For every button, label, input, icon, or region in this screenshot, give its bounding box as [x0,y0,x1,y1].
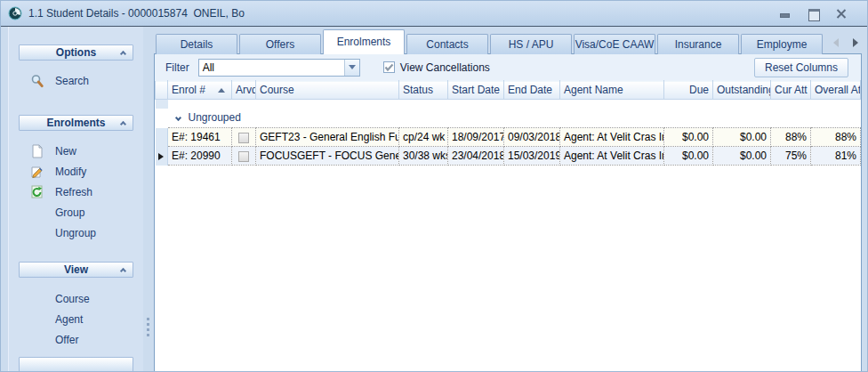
column-header-enrol[interactable]: Enrol # [168,81,232,100]
sidebar-item-search[interactable]: Search [9,71,143,92]
cell-cur-att[interactable]: 75% [771,147,811,166]
tab-scroll-right-icon[interactable] [853,38,858,47]
collapse-chevron-icon [120,121,126,127]
grid-header-row: Enrol # Arvd Course Status Start Date En… [156,81,861,100]
table-row[interactable]: E#: 19461 GEFT23 - General English Full … [156,128,861,147]
cell-course[interactable]: FOCUSGEFT - FOCUS General Englis [256,147,399,166]
tab-insurance[interactable]: Insurance [657,34,739,54]
column-header-status[interactable]: Status [399,81,448,100]
sidebar: Options Search Enrolments [8,27,143,372]
titlebar: 1.1 Student Details - 0000015874 ONEIL, … [1,1,867,27]
sidebar-item-ungroup[interactable]: Ungroup [9,223,143,244]
checkbox-label: View Cancellations [400,61,490,74]
cell-start-date[interactable]: 23/04/2018 [448,147,504,166]
column-header-label: Enrol # [172,84,205,96]
filter-dropdown-value: All [199,61,344,74]
cell-enrol[interactable]: E#: 19461 [168,128,232,147]
sidebar-item-label: Ungroup [55,227,96,239]
cell-due[interactable]: $0.00 [664,128,713,147]
tab-offers[interactable]: Offers [239,34,321,54]
cell-overall-att[interactable]: 88% [811,128,861,147]
cell-agent[interactable]: Agent: At Velit Cras In [560,128,664,147]
arvd-checkbox-icon[interactable] [238,151,249,162]
cell-arvd[interactable] [232,128,256,147]
sidebar-item-label: Modify [55,166,86,178]
cell-enrol[interactable]: E#: 20990 [168,147,232,166]
cell-due[interactable]: $0.00 [664,147,713,166]
cell-agent[interactable]: Agent: At Velit Cras In [560,147,664,166]
column-header-outstanding[interactable]: Outstanding [713,81,771,100]
cell-overall-att[interactable]: 81% [811,147,861,166]
minimize-button[interactable] [779,9,791,19]
filter-dropdown[interactable]: All [198,59,360,77]
tab-enrolments[interactable]: Enrolments [323,29,405,54]
edit-pencil-icon [30,165,44,179]
close-button[interactable] [836,9,848,19]
refresh-icon [30,185,44,199]
cell-end-date[interactable]: 15/03/2019 [504,147,560,166]
column-header-end-date[interactable]: End Date [504,81,560,100]
group-row-ungrouped[interactable]: Ungrouped [156,109,861,128]
reset-columns-button[interactable]: Reset Columns [754,58,848,77]
tab-contacts[interactable]: Contacts [406,34,488,54]
tab-employment[interactable]: Employme [741,34,823,54]
tab-visa-coe-caaw[interactable]: Visa/CoE CAAW [574,34,655,54]
cell-outstanding[interactable]: $0.00 [713,128,771,147]
arvd-checkbox-icon[interactable] [238,133,249,143]
sidebar-item-group[interactable]: Group [9,203,143,223]
sidebar-item-new[interactable]: New [9,142,143,162]
table-row-selected[interactable]: E#: 20990 FOCUSGEFT - FOCUS General Engl… [156,147,861,166]
cell-course[interactable]: GEFT23 - General English Full Time [256,128,399,147]
dropdown-arrow-button[interactable] [344,60,359,76]
sidebar-section-enrolments[interactable]: Enrolments [19,115,133,131]
sidebar-item-agent[interactable]: Agent [9,309,143,329]
sidebar-section-view[interactable]: View [19,262,133,278]
column-header-agent-name[interactable]: Agent Name [560,81,664,100]
cell-cur-att[interactable]: 88% [771,128,811,147]
selected-row-arrow-icon [158,153,164,160]
enrolments-panel: Filter All View Cancellations Reset Colu… [154,53,862,372]
enrolments-grid: Enrol # Arvd Course Status Start Date En… [155,80,861,372]
sidebar-section-partial[interactable] [19,357,133,372]
tab-scroll-left-icon[interactable] [833,38,839,47]
app-logo-icon [8,6,22,20]
group-label: Ungrouped [189,111,241,124]
filter-label: Filter [165,61,189,74]
sidebar-item-label: Group [55,206,84,219]
cell-start-date[interactable]: 18/09/2017 [448,128,504,147]
group-expand-chevron-icon[interactable] [174,115,181,121]
tab-details[interactable]: Details [156,34,237,54]
view-cancellations-checkbox[interactable]: View Cancellations [383,61,490,74]
sidebar-item-offer[interactable]: Offer [9,329,143,350]
sort-ascending-icon [218,88,225,93]
column-header-due[interactable]: Due [664,81,713,100]
tab-strip: Details Offers Enrolments Contacts HS / … [154,27,862,54]
sidebar-item-label: New [55,145,76,158]
row-indicator-cell [156,147,168,166]
main-area: Details Offers Enrolments Contacts HS / … [154,27,862,372]
sidebar-item-label: Search [55,75,89,87]
sidebar-item-modify[interactable]: Modify [9,162,143,182]
cell-status[interactable]: 30/38 wks [399,147,448,166]
column-header-overall-att[interactable]: Overall Att [811,81,861,100]
section-title-enrolments: Enrolments [46,117,105,129]
student-details-window: 1.1 Student Details - 0000015874 ONEIL, … [0,0,868,372]
column-header-start-date[interactable]: Start Date [448,81,504,100]
sidebar-item-label: Course [55,293,90,305]
cell-arvd[interactable] [232,147,256,166]
tab-hs-apu[interactable]: HS / APU [490,34,572,54]
cell-end-date[interactable]: 09/03/2018 [504,128,560,147]
column-header-cur-att[interactable]: Cur Att [771,81,811,100]
filter-bar: Filter All View Cancellations Reset Colu… [155,54,861,80]
restore-button[interactable] [808,9,819,19]
sidebar-item-refresh[interactable]: Refresh [9,182,143,203]
window-title: 1.1 Student Details - 0000015874 ONEIL, … [28,7,245,20]
splitter-grip-icon [147,318,149,339]
cell-status[interactable]: cp/24 wk [399,128,448,147]
sidebar-section-options[interactable]: Options [19,44,133,61]
sidebar-item-course[interactable]: Course [9,288,143,309]
sidebar-splitter[interactable] [143,27,154,372]
column-header-course[interactable]: Course [256,81,399,100]
column-header-arvd[interactable]: Arvd [232,81,256,100]
cell-outstanding[interactable]: $0.00 [713,147,771,166]
